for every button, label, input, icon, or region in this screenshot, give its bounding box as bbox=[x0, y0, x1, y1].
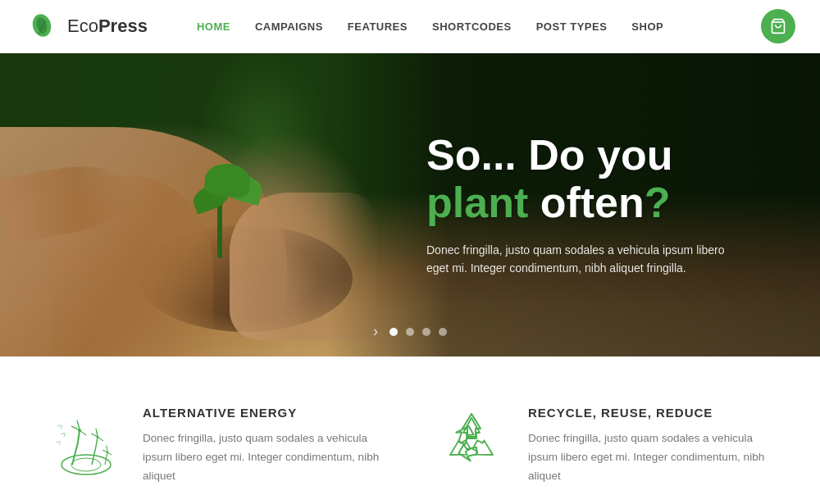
feature-recycle-text: RECYCLE, REUSE, REDUCE Donec fringilla, … bbox=[528, 406, 771, 486]
feature-alternative-energy-desc: Donec fringilla, justo quam sodales a ve… bbox=[143, 429, 385, 486]
svg-line-7 bbox=[78, 430, 80, 443]
hero-description: Donec fringilla, justo quam sodales a ve… bbox=[426, 241, 738, 278]
svg-point-5 bbox=[71, 458, 101, 471]
svg-point-11 bbox=[97, 436, 99, 438]
cart-button[interactable] bbox=[761, 9, 795, 43]
feature-recycle-desc: Donec fringilla, justo quam sodales a ve… bbox=[528, 429, 771, 486]
nav-item-features[interactable]: FEATURES bbox=[348, 20, 408, 33]
features-section: ALTERNATIVE ENERGY Donec fringilla, just… bbox=[0, 356, 820, 504]
nav-item-campaigns[interactable]: CAMPAIGNS bbox=[255, 20, 323, 33]
hero-section: So... Do you plant often? Donec fringill… bbox=[0, 53, 820, 356]
nav-item-home[interactable]: HOME bbox=[197, 20, 230, 33]
nav-item-shortcodes[interactable]: SHORTCODES bbox=[432, 20, 512, 33]
recycle-icon bbox=[435, 406, 508, 479]
svg-point-8 bbox=[78, 429, 81, 432]
slider-dot-1[interactable] bbox=[390, 328, 398, 336]
feature-recycle: RECYCLE, REUSE, REDUCE Donec fringilla, … bbox=[435, 406, 771, 486]
feature-recycle-title: RECYCLE, REUSE, REDUCE bbox=[528, 406, 771, 420]
slider-controls: › bbox=[373, 323, 447, 340]
slider-dot-2[interactable] bbox=[406, 328, 414, 336]
logo-icon bbox=[25, 9, 59, 43]
main-nav: HOME CAMPAIGNS FEATURES SHORTCODES POST … bbox=[197, 20, 761, 33]
cart-icon bbox=[770, 18, 786, 34]
feature-alternative-energy-text: ALTERNATIVE ENERGY Donec fringilla, just… bbox=[143, 406, 385, 486]
logo[interactable]: EcoPress bbox=[25, 9, 148, 43]
slider-prev-arrow[interactable]: › bbox=[373, 323, 378, 340]
hero-title-rest: often bbox=[540, 179, 645, 226]
nav-item-shop[interactable]: SHOP bbox=[631, 20, 663, 33]
feature-alternative-energy: ALTERNATIVE ENERGY Donec fringilla, just… bbox=[49, 406, 385, 486]
site-header: EcoPress HOME CAMPAIGNS FEATURES SHORTCO… bbox=[0, 0, 820, 53]
wind-turbine-icon bbox=[49, 406, 123, 479]
hero-content: So... Do you plant often? Donec fringill… bbox=[394, 53, 820, 356]
nav-item-post-types[interactable]: POST TYPES bbox=[536, 20, 608, 33]
hero-title: So... Do you plant often? bbox=[426, 132, 771, 225]
svg-line-10 bbox=[96, 437, 98, 447]
slider-dot-4[interactable] bbox=[439, 328, 447, 336]
svg-point-13 bbox=[107, 452, 108, 453]
svg-line-6 bbox=[72, 443, 78, 465]
logo-text: EcoPress bbox=[67, 16, 148, 37]
feature-alternative-energy-title: ALTERNATIVE ENERGY bbox=[143, 406, 385, 420]
slider-dot-3[interactable] bbox=[422, 328, 430, 336]
